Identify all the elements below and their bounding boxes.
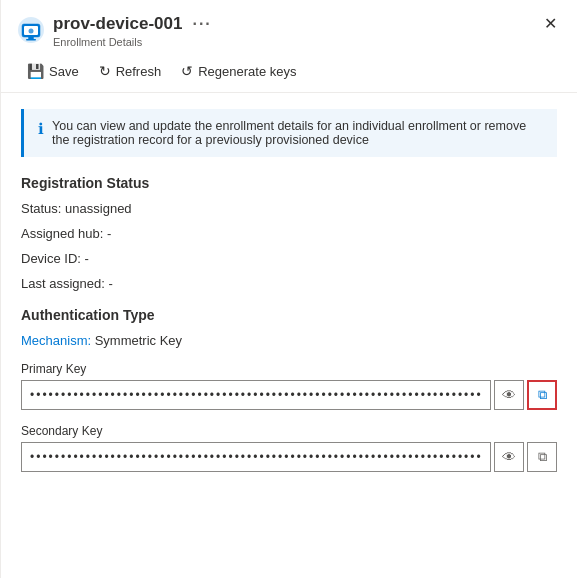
save-label: Save	[49, 64, 79, 79]
authentication-section: Authentication Type Mechanism: Symmetric…	[21, 307, 557, 472]
authentication-title: Authentication Type	[21, 307, 557, 323]
device-name: prov-device-001	[53, 14, 182, 34]
assigned-hub-label: Assigned hub:	[21, 226, 103, 241]
assigned-hub-field: Assigned hub: -	[21, 226, 557, 241]
eye-icon-secondary: 👁	[502, 449, 516, 465]
mechanism-value: Symmetric Key	[95, 333, 182, 348]
assigned-hub-value: -	[107, 226, 111, 241]
device-id-value: -	[85, 251, 89, 266]
panel-header: prov-device-001 ··· Enrollment Details ✕	[1, 0, 577, 54]
regenerate-keys-button[interactable]: ↺ Regenerate keys	[171, 58, 306, 84]
registration-status-title: Registration Status	[21, 175, 557, 191]
primary-key-input[interactable]	[21, 380, 491, 410]
mechanism-label: Mechanism:	[21, 333, 91, 348]
primary-key-label: Primary Key	[21, 362, 557, 376]
secondary-key-show-button[interactable]: 👁	[494, 442, 524, 472]
status-value: unassigned	[65, 201, 132, 216]
regenerate-keys-label: Regenerate keys	[198, 64, 296, 79]
info-icon: ℹ	[38, 120, 44, 138]
registration-status-section: Registration Status Status: unassigned A…	[21, 175, 557, 291]
save-button[interactable]: 💾 Save	[17, 58, 89, 84]
refresh-button[interactable]: ↻ Refresh	[89, 58, 172, 84]
last-assigned-label: Last assigned:	[21, 276, 105, 291]
refresh-icon: ↻	[99, 63, 111, 79]
status-label: Status:	[21, 201, 61, 216]
save-icon: 💾	[27, 63, 44, 79]
device-id-label: Device ID:	[21, 251, 81, 266]
content-area: ℹ You can view and update the enrollment…	[1, 93, 577, 578]
panel-subtitle: Enrollment Details	[53, 36, 214, 48]
eye-icon: 👁	[502, 387, 516, 403]
toolbar: 💾 Save ↻ Refresh ↺ Regenerate keys	[1, 54, 577, 93]
secondary-key-input-row: 👁 ⧉	[21, 442, 557, 472]
secondary-key-input[interactable]	[21, 442, 491, 472]
status-field: Status: unassigned	[21, 201, 557, 216]
ellipsis-button[interactable]: ···	[190, 15, 213, 33]
panel-title: prov-device-001 ···	[53, 14, 214, 34]
secondary-key-label: Secondary Key	[21, 424, 557, 438]
svg-rect-4	[26, 39, 36, 41]
copy-icon-secondary: ⧉	[538, 449, 547, 465]
svg-rect-3	[28, 37, 34, 39]
primary-key-copy-button[interactable]: ⧉	[527, 380, 557, 410]
regenerate-icon: ↺	[181, 63, 193, 79]
info-banner-text: You can view and update the enrollment d…	[52, 119, 543, 147]
copy-icon: ⧉	[538, 387, 547, 403]
mechanism-label-link[interactable]: Mechanism:	[21, 333, 95, 348]
last-assigned-field: Last assigned: -	[21, 276, 557, 291]
svg-point-5	[29, 29, 34, 34]
mechanism-field: Mechanism: Symmetric Key	[21, 333, 557, 348]
enrollment-details-panel: prov-device-001 ··· Enrollment Details ✕…	[0, 0, 577, 578]
primary-key-section: Primary Key 👁 ⧉	[21, 362, 557, 410]
device-icon	[17, 16, 45, 44]
refresh-label: Refresh	[116, 64, 162, 79]
info-banner: ℹ You can view and update the enrollment…	[21, 109, 557, 157]
last-assigned-value: -	[108, 276, 112, 291]
device-id-field: Device ID: -	[21, 251, 557, 266]
header-left: prov-device-001 ··· Enrollment Details	[17, 14, 214, 48]
primary-key-show-button[interactable]: 👁	[494, 380, 524, 410]
close-button[interactable]: ✕	[540, 14, 561, 34]
title-group: prov-device-001 ··· Enrollment Details	[53, 14, 214, 48]
secondary-key-copy-button[interactable]: ⧉	[527, 442, 557, 472]
secondary-key-section: Secondary Key 👁 ⧉	[21, 424, 557, 472]
primary-key-input-row: 👁 ⧉	[21, 380, 557, 410]
